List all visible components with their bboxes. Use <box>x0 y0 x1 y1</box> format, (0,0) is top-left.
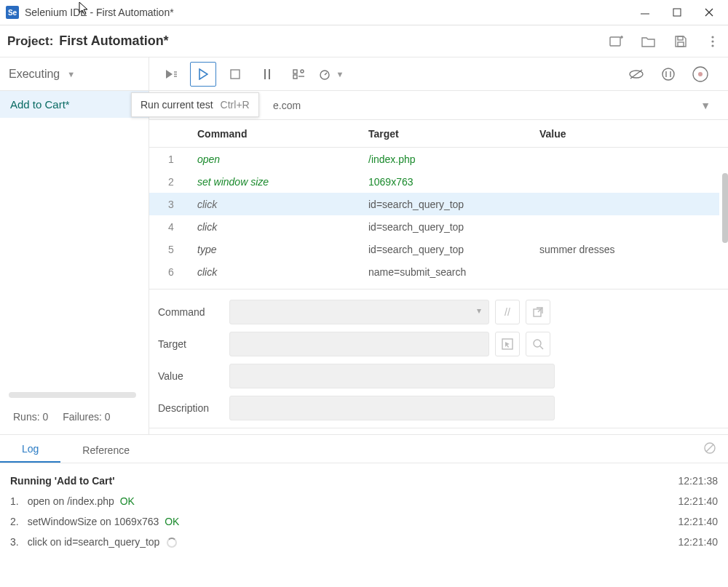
vertical-scrollbar[interactable] <box>719 148 728 289</box>
find-target-icon[interactable] <box>526 332 550 356</box>
run-current-test-button[interactable] <box>190 62 216 87</box>
editor-value-input[interactable] <box>229 364 555 388</box>
editor-command-input[interactable] <box>229 300 489 324</box>
save-icon[interactable] <box>673 33 689 49</box>
svg-rect-18 <box>293 70 297 73</box>
svg-point-9 <box>711 36 713 38</box>
run-tooltip: Run current test Ctrl+R <box>131 92 259 117</box>
base-url-row: Run current test Ctrl+R e.com ▼ <box>149 91 728 120</box>
clear-log-icon[interactable] <box>703 442 716 457</box>
svg-rect-7 <box>678 36 683 40</box>
log-body: Running 'Add to Cart' 12:21:38 1.open on… <box>0 463 728 559</box>
pause-on-exceptions-icon[interactable] <box>655 62 681 87</box>
svg-line-37 <box>706 444 713 452</box>
open-new-window-icon[interactable] <box>526 300 550 324</box>
window-title: Selenium IDE - First Automation* <box>25 7 638 18</box>
table-row[interactable]: 5typeid=search_query_topsummer dresses <box>149 238 728 260</box>
svg-rect-8 <box>678 42 684 47</box>
main-pane: Run current test Ctrl+R e.com ▼ Command … <box>149 91 728 434</box>
open-folder-icon[interactable] <box>641 33 657 49</box>
table-row[interactable]: 6clickname=submit_search <box>149 260 728 283</box>
svg-rect-4 <box>610 37 620 46</box>
editor-command-label: Command <box>158 306 229 318</box>
chevron-down-icon: ▼ <box>67 70 75 79</box>
new-file-icon[interactable] <box>609 33 625 49</box>
select-target-icon[interactable] <box>495 332 520 356</box>
svg-point-21 <box>320 71 329 79</box>
log-line: 1.open on /index.php OK12:21:40 <box>10 491 718 511</box>
log-line: 3.click on id=search_query_top 12:21:40 <box>10 532 718 552</box>
th-value: Value <box>535 128 728 140</box>
base-url-text: e.com <box>273 100 301 111</box>
titlebar: Se Selenium IDE - First Automation* <box>0 0 728 25</box>
record-button[interactable]: REC <box>687 62 713 87</box>
table-body: 1open/index.php2set window size1069x7633… <box>149 148 728 289</box>
tooltip-label: Run current test <box>141 99 213 111</box>
log-tabstrip: Log Reference <box>0 434 728 463</box>
log-running-header: Running 'Add to Cart' <box>10 475 678 487</box>
log-line: 2.setWindowSize on 1069x763 OK12:21:40 <box>10 511 718 532</box>
tooltip-shortcut: Ctrl+R <box>221 99 250 111</box>
th-command: Command <box>193 128 364 140</box>
step-over-button[interactable] <box>286 62 312 87</box>
tab-reference[interactable]: Reference <box>60 437 151 463</box>
failures-counter: Failures: 0 <box>63 411 110 423</box>
svg-point-10 <box>711 40 713 42</box>
stop-button[interactable] <box>222 62 248 87</box>
sidebar-scrollbar[interactable] <box>9 392 136 398</box>
project-header: Project: First Automation* <box>0 25 728 57</box>
svg-line-32 <box>538 308 542 312</box>
svg-line-35 <box>540 346 543 349</box>
executing-label: Executing <box>9 68 60 81</box>
editor-description-label: Description <box>158 402 229 414</box>
maximize-button[interactable] <box>670 5 684 20</box>
runs-counter: Runs: 0 <box>13 411 48 423</box>
svg-point-34 <box>534 340 541 347</box>
more-menu-icon[interactable] <box>705 33 721 49</box>
svg-line-22 <box>325 73 327 75</box>
editor-target-label: Target <box>158 338 229 350</box>
run-all-tests-button[interactable] <box>158 62 184 87</box>
suite-dropdown[interactable]: Executing ▼ <box>0 57 149 90</box>
minimize-button[interactable] <box>638 5 652 20</box>
table-row[interactable]: 1open/index.php <box>149 148 728 170</box>
tab-log[interactable]: Log <box>0 436 60 463</box>
speed-button[interactable]: ▼ <box>318 62 344 87</box>
editor-target-input[interactable] <box>229 332 489 356</box>
commands-table: Command Target Value 1open/index.php2set… <box>149 120 728 289</box>
table-row[interactable]: 3clickid=search_query_top <box>149 193 728 215</box>
toggle-command-icon[interactable]: // <box>495 300 520 324</box>
pause-button[interactable] <box>254 62 280 87</box>
th-target: Target <box>364 128 535 140</box>
app-logo: Se <box>6 6 19 19</box>
project-name[interactable]: First Automation* <box>59 33 609 49</box>
editor-description-input[interactable] <box>229 396 555 420</box>
svg-point-29 <box>698 72 703 76</box>
svg-point-20 <box>301 70 304 73</box>
svg-point-25 <box>662 68 674 80</box>
close-button[interactable] <box>702 5 716 20</box>
table-row[interactable]: 4clickid=search_query_top <box>149 215 728 238</box>
command-editor: Command // Target Value Description <box>149 289 728 428</box>
table-row[interactable]: 2set window size1069x763 <box>149 170 728 193</box>
test-sidebar: Add to Cart* Runs: 0 Failures: 0 <box>0 91 149 434</box>
disable-breakpoints-icon[interactable] <box>623 62 649 87</box>
svg-rect-1 <box>673 9 681 16</box>
toolbar: Executing ▼ ▼ REC <box>0 57 728 91</box>
svg-point-11 <box>711 44 713 47</box>
project-label: Project: <box>7 34 53 49</box>
svg-rect-19 <box>293 75 297 79</box>
editor-value-label: Value <box>158 370 229 382</box>
sidebar-test-item[interactable]: Add to Cart* <box>0 91 149 118</box>
svg-rect-15 <box>231 70 240 79</box>
log-timestamp: 12:21:38 <box>678 475 719 487</box>
chevron-down-icon[interactable]: ▼ <box>700 100 711 111</box>
